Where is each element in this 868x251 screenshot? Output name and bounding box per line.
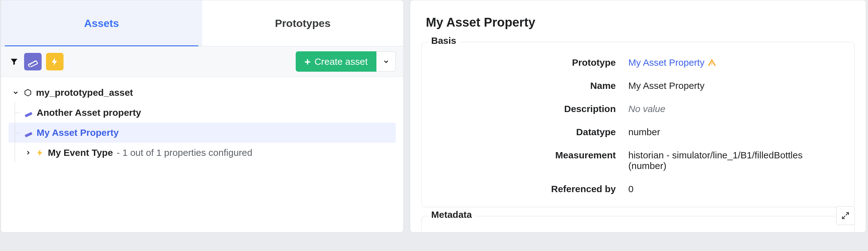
expand-icon [841,212,849,220]
bolt-icon [36,149,44,157]
cube-icon [24,88,32,97]
tree-item-my-event-type[interactable]: My Event Type - 1 out of 1 properties co… [8,143,396,163]
chevron-down-icon[interactable] [11,89,20,96]
metadata-legend: Metadata [428,209,475,220]
page-title: My Asset Property [410,0,866,40]
field-value-description: No value [628,103,842,114]
prototype-link-text: My Asset Property [628,57,704,68]
create-asset-group: + Create asset [296,51,396,72]
field-value-datatype: number [628,127,842,137]
filter-icon[interactable] [8,55,20,68]
basis-legend: Basis [428,35,459,46]
ruler-icon [24,108,33,117]
field-label-measurement: Measurement [422,150,616,171]
tree-item-label: Another Asset property [37,107,141,118]
field-value-name: My Asset Property [628,81,842,91]
create-asset-dropdown[interactable] [376,51,396,72]
field-label-prototype: Prototype [422,57,616,68]
tree-root[interactable]: my_prototyped_asset [8,83,396,103]
tab-assets-label: Assets [84,17,119,29]
field-value-referencedby: 0 [628,184,842,194]
basis-fieldset: Basis Prototype My Asset Property Name M… [422,42,855,207]
svg-rect-2 [25,132,33,137]
tree-root-label: my_prototyped_asset [36,87,133,98]
field-label-referencedby: Referenced by [422,184,616,194]
measure-toggle-button[interactable] [24,53,42,70]
field-value-measurement: historian - simulator/line_1/B1/filledBo… [628,150,842,171]
tree-item-suffix: - 1 out of 1 properties configured [117,148,252,158]
event-toggle-button[interactable] [46,53,64,70]
toolbar: + Create asset [1,46,403,77]
tab-prototypes[interactable]: Prototypes [202,0,403,46]
ruler-icon [24,128,33,137]
field-label-name: Name [422,81,616,91]
expand-button[interactable] [836,206,855,225]
chevron-right-icon[interactable] [24,150,32,156]
tab-prototypes-label: Prototypes [275,17,331,29]
tree-item-another-asset-property[interactable]: Another Asset property [8,103,396,123]
create-asset-label: Create asset [314,56,368,67]
plus-icon: + [305,56,311,67]
field-label-datatype: Datatype [422,127,616,137]
tree-item-label: My Event Type [48,148,113,158]
field-value-prototype-link[interactable]: My Asset Property [628,57,842,68]
warning-icon [708,58,716,67]
svg-rect-1 [25,112,33,117]
tree-item-my-asset-property[interactable]: My Asset Property [8,123,396,143]
tab-assets[interactable]: Assets [1,0,202,46]
metadata-fieldset: Metadata [422,216,855,232]
field-label-description: Description [422,103,616,114]
right-panel: My Asset Property Basis Prototype My Ass… [410,0,866,232]
chevron-down-icon [383,58,390,65]
left-panel: Assets Prototypes + Create asset [1,0,404,232]
tabs: Assets Prototypes [1,0,403,46]
asset-tree: my_prototyped_asset Another Asset proper… [1,77,403,168]
tree-item-label: My Asset Property [37,127,119,138]
create-asset-button[interactable]: + Create asset [296,51,376,72]
